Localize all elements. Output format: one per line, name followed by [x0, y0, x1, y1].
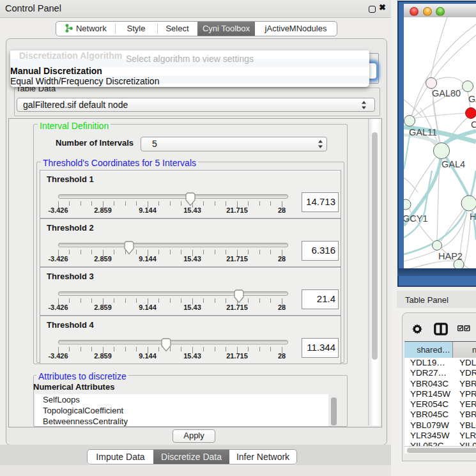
svg-text:GAL80: GAL80: [432, 88, 461, 98]
svg-text:GA: GA: [468, 94, 476, 104]
svg-text:GAL11: GAL11: [409, 127, 437, 137]
svg-text:H: H: [470, 211, 476, 222]
svg-text:GCY1: GCY1: [404, 213, 428, 224]
svg-text:GAL4: GAL4: [441, 159, 465, 169]
svg-text:C: C: [471, 119, 476, 130]
svg-text:HAP2: HAP2: [438, 251, 463, 261]
